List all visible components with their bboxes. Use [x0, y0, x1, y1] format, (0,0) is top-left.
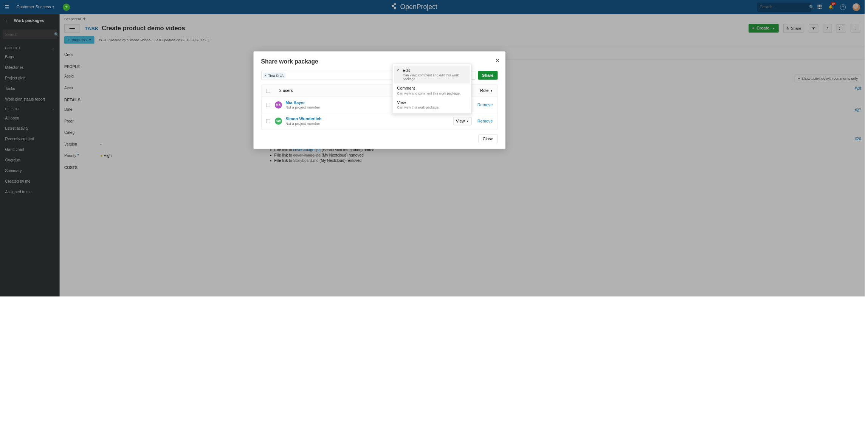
activity-num[interactable]: #28 [855, 86, 861, 90]
logo-icon [390, 3, 397, 11]
user-avatar[interactable] [852, 3, 860, 11]
sidebar-group-default[interactable]: DEFAULT ⌄ [0, 104, 60, 113]
caret-down-icon: ▼ [490, 89, 493, 92]
sidebar-item[interactable]: Tasks [0, 83, 60, 94]
sidebar-item[interactable]: Bugs [0, 52, 60, 62]
role-dropdown-menu: ✓ Edit Can view, comment and edit this w… [392, 64, 471, 114]
sidebar-item[interactable]: Recently created [0, 134, 60, 144]
sidebar-title: Work packages [14, 19, 44, 23]
select-all-checkbox[interactable] [266, 89, 270, 93]
user-avatar: MB [275, 101, 282, 109]
share-icon: ⋔ [786, 26, 789, 31]
app-name: OpenProject [400, 3, 437, 11]
role-header[interactable]: Role ▼ [480, 88, 493, 93]
details-left: Crea PEOPLE Assig Acco DETAILS Date Prog… [60, 47, 262, 174]
description-row[interactable]: Crea [64, 49, 257, 61]
sidebar-search-input[interactable] [5, 32, 54, 37]
share-submit-button[interactable]: Share [478, 71, 498, 80]
global-add-button[interactable]: + [63, 3, 70, 11]
help-icon[interactable]: ? [840, 4, 846, 10]
link-button[interactable]: ↗ [823, 24, 832, 33]
kebab-icon: ⋮ [853, 26, 857, 31]
wp-title[interactable]: Create product demo videos [102, 25, 185, 32]
sidebar-group-favorite[interactable]: FAVORITE ⌄ [0, 43, 60, 52]
role-option-edit[interactable]: ✓ Edit Can view, comment and edit this w… [394, 65, 470, 84]
role-option-view[interactable]: View Can view this work package. [394, 98, 470, 112]
sidebar-item[interactable]: Summary [0, 165, 60, 176]
user-chip[interactable]: × Tina Kraft [263, 73, 285, 78]
activity-num[interactable]: #26 [855, 137, 861, 146]
version-value[interactable]: - [100, 142, 101, 146]
watch-button[interactable]: 👁 [809, 24, 818, 33]
priority-value[interactable]: ● High [100, 154, 112, 158]
sidebar-item[interactable]: Created by me [0, 176, 60, 186]
caret-down-icon: ▼ [467, 120, 469, 123]
caret-down-icon: ▼ [89, 39, 91, 41]
sidebar-item[interactable]: Overdue [0, 155, 60, 165]
sidebar-item[interactable]: Work plan status report [0, 94, 60, 104]
search-input[interactable] [760, 5, 809, 9]
caret-down-icon: ▼ [52, 6, 55, 8]
section-people: PEOPLE [64, 61, 257, 71]
link-icon: ↗ [826, 26, 829, 31]
notification-badge: 69 [831, 2, 836, 5]
wp-meta: #124: Created by Simone Wibeau. Last upd… [98, 38, 210, 42]
user-name[interactable]: Simon Wunderlich [285, 117, 453, 121]
share-modal: Share work package ✕ × Tina Kraft × ▼ Ed… [253, 51, 505, 149]
expand-icon: ⛶ [839, 26, 843, 31]
plus-icon: ＋ [82, 17, 86, 21]
set-parent[interactable]: Set parent ＋ [60, 14, 865, 22]
sidebar-item[interactable]: Project plan [0, 73, 60, 83]
activity-changes: File link to cover-image.jpg (SharePoint… [274, 147, 861, 163]
chevron-down-icon: ⌄ [51, 46, 55, 50]
user-sub: Not a project member [285, 121, 453, 126]
chip-remove-icon[interactable]: × [264, 73, 267, 78]
check-icon: ✓ [397, 68, 400, 72]
close-button[interactable]: Close [478, 135, 498, 143]
sidebar-item[interactable]: Assigned to me [0, 186, 60, 197]
filter-icon: ▾ [798, 76, 800, 81]
back-button[interactable]: ⟵ [64, 24, 80, 33]
accountable-label: Acco [64, 85, 100, 90]
more-button[interactable]: ⋮ [851, 24, 860, 33]
date-label: Date [64, 107, 100, 112]
app-logo[interactable]: OpenProject [390, 3, 437, 11]
create-button[interactable]: + Create ▼ [749, 24, 779, 33]
project-selector[interactable]: Customer Success ▼ [17, 5, 55, 9]
category-label: Categ [64, 130, 100, 135]
priority-label: Priority * [64, 154, 100, 158]
notifications-icon[interactable]: 🔔 69 [828, 5, 834, 9]
fullscreen-button[interactable]: ⛶ [836, 24, 846, 33]
sidebar-item[interactable]: Gantt chart [0, 144, 60, 155]
back-icon[interactable]: ← [5, 18, 9, 23]
activity-filter-button[interactable]: ▾ Show activities with comments only [795, 74, 861, 82]
sidebar-item[interactable]: Latest activity [0, 123, 60, 134]
plus-icon: + [752, 26, 754, 31]
share-toolbar-button[interactable]: ⋔ Share [783, 24, 804, 33]
user-checkbox[interactable] [266, 103, 270, 107]
sidebar-item[interactable]: All open [0, 113, 60, 123]
close-icon[interactable]: ✕ [495, 57, 500, 64]
hamburger-icon[interactable]: ☰ [5, 4, 9, 10]
assignee-label: Assig [64, 74, 100, 79]
status-selector[interactable]: In progress ▼ [64, 36, 95, 44]
version-label: Version [64, 142, 100, 146]
user-checkbox[interactable] [266, 119, 270, 123]
remove-user-button[interactable]: Remove [477, 102, 493, 107]
modules-icon[interactable] [817, 5, 822, 10]
search-icon[interactable]: 🔍 [54, 32, 59, 37]
search-icon[interactable]: 🔍 [809, 5, 814, 9]
user-avatar: SW [275, 118, 282, 125]
remove-user-button[interactable]: Remove [477, 119, 493, 123]
left-sidebar: ← Work packages 🔍 FAVORITE ⌄ Bugs Milest… [0, 14, 60, 296]
role-option-comment[interactable]: Comment Can view and comment this work p… [394, 84, 470, 98]
global-search[interactable]: 🔍 [757, 3, 811, 11]
progress-label: Progr [64, 119, 100, 123]
sidebar-item[interactable]: Milestones [0, 62, 60, 73]
caret-down-icon: ▼ [772, 27, 775, 29]
sidebar-search[interactable]: 🔍 [3, 29, 57, 39]
user-role-select[interactable]: View ▼ [453, 117, 472, 125]
activity-num[interactable]: #27 [855, 108, 861, 113]
top-header: ☰ Customer Success ▼ + OpenProject 🔍 🔔 6… [0, 0, 865, 14]
section-details: DETAILS [64, 94, 257, 104]
